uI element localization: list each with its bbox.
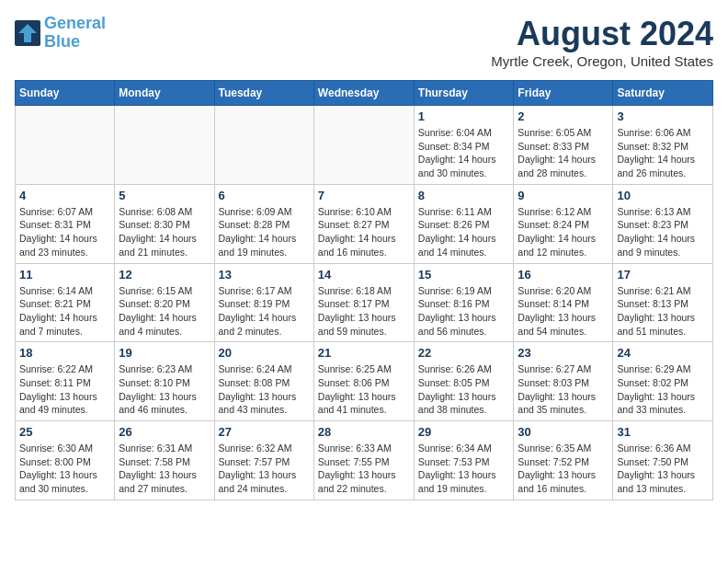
- day-info: Sunrise: 6:18 AM Sunset: 8:17 PM Dayligh…: [318, 284, 410, 339]
- day-number: 25: [19, 425, 110, 439]
- day-number: 17: [617, 268, 709, 282]
- day-number: 4: [19, 189, 110, 202]
- calendar-cell: 21Sunrise: 6:25 AM Sunset: 8:06 PM Dayli…: [313, 342, 414, 421]
- day-info: Sunrise: 6:17 AM Sunset: 8:19 PM Dayligh…: [219, 284, 310, 339]
- day-number: 6: [219, 189, 310, 202]
- calendar-cell: 17Sunrise: 6:21 AM Sunset: 8:13 PM Dayli…: [613, 263, 713, 342]
- calendar-week-row: 25Sunrise: 6:30 AM Sunset: 8:00 PM Dayli…: [16, 421, 713, 500]
- day-info: Sunrise: 6:22 AM Sunset: 8:11 PM Dayligh…: [19, 362, 110, 417]
- calendar-cell: 30Sunrise: 6:35 AM Sunset: 7:52 PM Dayli…: [514, 421, 613, 500]
- calendar-cell: 13Sunrise: 6:17 AM Sunset: 8:19 PM Dayli…: [214, 263, 313, 342]
- calendar-cell: 18Sunrise: 6:22 AM Sunset: 8:11 PM Dayli…: [16, 342, 115, 421]
- day-info: Sunrise: 6:09 AM Sunset: 8:28 PM Dayligh…: [219, 205, 310, 259]
- day-info: Sunrise: 6:32 AM Sunset: 7:57 PM Dayligh…: [219, 442, 310, 496]
- day-info: Sunrise: 6:33 AM Sunset: 7:55 PM Dayligh…: [318, 442, 410, 496]
- day-number: 19: [119, 346, 210, 360]
- day-info: Sunrise: 6:08 AM Sunset: 8:30 PM Dayligh…: [119, 205, 210, 259]
- weekday-header: Monday: [115, 81, 214, 106]
- day-number: 1: [418, 109, 510, 123]
- calendar-cell: 3Sunrise: 6:06 AM Sunset: 8:32 PM Daylig…: [613, 106, 713, 185]
- calendar-cell: 29Sunrise: 6:34 AM Sunset: 7:53 PM Dayli…: [414, 421, 514, 500]
- calendar-header-row: SundayMondayTuesdayWednesdayThursdayFrid…: [16, 81, 713, 106]
- day-number: 28: [318, 425, 410, 439]
- day-number: 2: [518, 109, 609, 123]
- calendar-cell: 12Sunrise: 6:15 AM Sunset: 8:20 PM Dayli…: [115, 263, 214, 342]
- day-number: 26: [119, 425, 210, 439]
- calendar-week-row: 11Sunrise: 6:14 AM Sunset: 8:21 PM Dayli…: [16, 263, 713, 342]
- day-info: Sunrise: 6:10 AM Sunset: 8:27 PM Dayligh…: [318, 205, 410, 259]
- calendar-cell: 26Sunrise: 6:31 AM Sunset: 7:58 PM Dayli…: [115, 421, 214, 500]
- header: General Blue August 2024 Myrtle Creek, O…: [15, 15, 713, 69]
- calendar-cell: 22Sunrise: 6:26 AM Sunset: 8:05 PM Dayli…: [414, 342, 514, 421]
- calendar-cell: [313, 106, 414, 185]
- day-number: 10: [617, 189, 709, 202]
- weekday-header: Tuesday: [214, 81, 313, 106]
- calendar-cell: 28Sunrise: 6:33 AM Sunset: 7:55 PM Dayli…: [313, 421, 414, 500]
- day-number: 14: [318, 268, 410, 282]
- day-info: Sunrise: 6:36 AM Sunset: 7:50 PM Dayligh…: [617, 442, 709, 496]
- calendar-cell: 6Sunrise: 6:09 AM Sunset: 8:28 PM Daylig…: [214, 184, 313, 263]
- calendar-table: SundayMondayTuesdayWednesdayThursdayFrid…: [15, 80, 713, 500]
- day-number: 8: [418, 189, 510, 202]
- calendar-week-row: 4Sunrise: 6:07 AM Sunset: 8:31 PM Daylig…: [16, 184, 713, 263]
- calendar-cell: 5Sunrise: 6:08 AM Sunset: 8:30 PM Daylig…: [115, 184, 214, 263]
- calendar-cell: [115, 106, 214, 185]
- day-number: 29: [418, 425, 510, 439]
- day-number: 5: [119, 189, 210, 202]
- day-info: Sunrise: 6:34 AM Sunset: 7:53 PM Dayligh…: [418, 442, 510, 496]
- calendar-week-row: 1Sunrise: 6:04 AM Sunset: 8:34 PM Daylig…: [16, 106, 713, 185]
- day-info: Sunrise: 6:07 AM Sunset: 8:31 PM Dayligh…: [19, 205, 110, 259]
- calendar-cell: 15Sunrise: 6:19 AM Sunset: 8:16 PM Dayli…: [414, 263, 514, 342]
- calendar-cell: [214, 106, 313, 185]
- calendar-cell: 11Sunrise: 6:14 AM Sunset: 8:21 PM Dayli…: [16, 263, 115, 342]
- calendar-cell: 9Sunrise: 6:12 AM Sunset: 8:24 PM Daylig…: [514, 184, 613, 263]
- logo: General Blue: [15, 15, 106, 52]
- weekday-header: Sunday: [16, 81, 115, 106]
- weekday-header: Wednesday: [313, 81, 414, 106]
- day-info: Sunrise: 6:12 AM Sunset: 8:24 PM Dayligh…: [518, 205, 609, 259]
- calendar-week-row: 18Sunrise: 6:22 AM Sunset: 8:11 PM Dayli…: [16, 342, 713, 421]
- day-number: 27: [219, 425, 310, 439]
- calendar-cell: 25Sunrise: 6:30 AM Sunset: 8:00 PM Dayli…: [16, 421, 115, 500]
- calendar-cell: 24Sunrise: 6:29 AM Sunset: 8:02 PM Dayli…: [613, 342, 713, 421]
- calendar-cell: 19Sunrise: 6:23 AM Sunset: 8:10 PM Dayli…: [115, 342, 214, 421]
- logo-text: General Blue: [44, 15, 106, 52]
- day-number: 24: [617, 346, 709, 360]
- calendar-cell: 1Sunrise: 6:04 AM Sunset: 8:34 PM Daylig…: [414, 106, 514, 185]
- day-number: 31: [617, 425, 709, 439]
- day-info: Sunrise: 6:27 AM Sunset: 8:03 PM Dayligh…: [518, 362, 609, 417]
- day-info: Sunrise: 6:35 AM Sunset: 7:52 PM Dayligh…: [518, 442, 609, 496]
- day-number: 13: [219, 268, 310, 282]
- day-info: Sunrise: 6:19 AM Sunset: 8:16 PM Dayligh…: [418, 284, 510, 339]
- day-info: Sunrise: 6:15 AM Sunset: 8:20 PM Dayligh…: [119, 284, 210, 339]
- day-info: Sunrise: 6:25 AM Sunset: 8:06 PM Dayligh…: [318, 362, 410, 417]
- calendar-cell: 31Sunrise: 6:36 AM Sunset: 7:50 PM Dayli…: [613, 421, 713, 500]
- calendar-cell: 23Sunrise: 6:27 AM Sunset: 8:03 PM Dayli…: [514, 342, 613, 421]
- day-info: Sunrise: 6:13 AM Sunset: 8:23 PM Dayligh…: [617, 205, 709, 259]
- weekday-header: Thursday: [414, 81, 514, 106]
- day-number: 22: [418, 346, 510, 360]
- day-info: Sunrise: 6:26 AM Sunset: 8:05 PM Dayligh…: [418, 362, 510, 417]
- day-info: Sunrise: 6:21 AM Sunset: 8:13 PM Dayligh…: [617, 284, 709, 339]
- day-number: 18: [19, 346, 110, 360]
- weekday-header: Saturday: [613, 81, 713, 106]
- calendar-cell: 14Sunrise: 6:18 AM Sunset: 8:17 PM Dayli…: [313, 263, 414, 342]
- day-number: 15: [418, 268, 510, 282]
- calendar-cell: 4Sunrise: 6:07 AM Sunset: 8:31 PM Daylig…: [16, 184, 115, 263]
- calendar-cell: 2Sunrise: 6:05 AM Sunset: 8:33 PM Daylig…: [514, 106, 613, 185]
- day-info: Sunrise: 6:23 AM Sunset: 8:10 PM Dayligh…: [119, 362, 210, 417]
- calendar-cell: 27Sunrise: 6:32 AM Sunset: 7:57 PM Dayli…: [214, 421, 313, 500]
- day-number: 23: [518, 346, 609, 360]
- calendar-cell: 8Sunrise: 6:11 AM Sunset: 8:26 PM Daylig…: [414, 184, 514, 263]
- calendar-cell: 7Sunrise: 6:10 AM Sunset: 8:27 PM Daylig…: [313, 184, 414, 263]
- calendar-cell: 10Sunrise: 6:13 AM Sunset: 8:23 PM Dayli…: [613, 184, 713, 263]
- day-number: 9: [518, 189, 609, 202]
- month-year-title: August 2024: [491, 15, 713, 53]
- day-number: 21: [318, 346, 410, 360]
- day-info: Sunrise: 6:11 AM Sunset: 8:26 PM Dayligh…: [418, 205, 510, 259]
- day-number: 11: [19, 268, 110, 282]
- day-number: 12: [119, 268, 210, 282]
- calendar-cell: 20Sunrise: 6:24 AM Sunset: 8:08 PM Dayli…: [214, 342, 313, 421]
- title-area: August 2024 Myrtle Creek, Oregon, United…: [491, 15, 713, 69]
- day-number: 20: [219, 346, 310, 360]
